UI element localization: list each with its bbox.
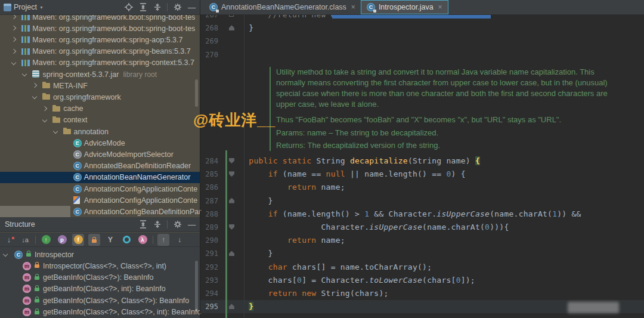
project-panel-title[interactable]: Project (14, 3, 37, 11)
editor-tab[interactable]: AnnotationBeanNameGenerator.class× (204, 0, 361, 14)
project-tree-item[interactable]: Maven: org.springframework:spring-contex… (0, 57, 200, 69)
project-tree-item[interactable]: AnnotationConfigBeanDefinitionPar (0, 206, 200, 217)
class-icon (14, 251, 23, 259)
sort-by-visibility-icon[interactable]: ↓ (3, 234, 15, 246)
structure-tree-item[interactable]: Introspector (0, 249, 200, 260)
project-tree-item[interactable]: Maven: org.springframework.boot:spring-b… (0, 23, 200, 34)
close-icon[interactable]: × (351, 3, 355, 11)
scrollbar-thumb[interactable] (195, 79, 198, 107)
code-line[interactable]: return name; (230, 181, 345, 194)
project-tree-item[interactable]: AnnotatedBeanDefinitionReader (0, 160, 200, 172)
editor-tab[interactable]: Introspector.java× (361, 0, 448, 14)
tree-item-label: AnnotationBeanNameGenerator (84, 173, 191, 181)
green-lock-icon (35, 299, 39, 302)
chevron-right-icon[interactable] (42, 106, 47, 110)
scroll-from-source-icon[interactable]: ↓ (174, 234, 185, 246)
show-fields-icon[interactable]: f (72, 234, 84, 246)
line-number: 292 (200, 261, 218, 274)
project-tree-item[interactable]: Maven: org.springframework:spring-beans:… (0, 46, 200, 57)
collapse-all-icon[interactable] (153, 220, 162, 229)
chevron-right-icon[interactable] (11, 37, 16, 42)
show-lambdas-icon[interactable]: λ (137, 234, 148, 246)
structure-item-label: getBeanInfo(Class<?>, int): BeanInfo (43, 285, 166, 293)
settings-icon[interactable] (173, 220, 182, 229)
blurred-watermark (568, 302, 619, 313)
chevron-down-icon[interactable] (42, 118, 47, 122)
chevron-right-icon[interactable] (11, 48, 16, 53)
project-tree-item[interactable]: AnnotationConfigApplicationConte (0, 183, 200, 194)
locate-icon[interactable] (124, 3, 133, 12)
panel-divider[interactable] (200, 0, 200, 318)
project-tree-item[interactable]: AdviceModeImportSelector (0, 149, 200, 160)
chevron-down-icon[interactable] (52, 129, 57, 134)
code-line[interactable]: if (name.length() > 1 && Character.isUpp… (230, 208, 581, 221)
scroll-to-source-icon[interactable]: ↑ (157, 234, 169, 246)
project-tree-item[interactable]: org.springframework (0, 91, 200, 103)
project-tree-item[interactable]: AnnotationBeanNameGenerator (0, 172, 200, 183)
kotlin-icon (73, 196, 80, 204)
code-line[interactable]: public static String decapitalize(String… (230, 155, 480, 168)
structure-panel-title[interactable]: Structure (5, 220, 35, 229)
selection-highlight (332, 15, 491, 18)
project-tree-item[interactable]: AdviceMode (0, 137, 200, 149)
class-icon (73, 185, 82, 193)
chevron-down-icon[interactable] (11, 60, 16, 65)
structure-tree-item[interactable]: getBeanInfo(Class<?>): BeanInfo (0, 272, 200, 283)
chevron-right-icon[interactable] (11, 14, 16, 19)
tree-item-suffix: library root (123, 70, 157, 79)
code-line[interactable]: chars[0] = Character.toLowerCase(chars[0… (230, 274, 475, 287)
project-tree-item[interactable]: annotation (0, 126, 200, 137)
orange-lock-icon (35, 264, 39, 268)
hide-icon[interactable]: — (187, 3, 196, 12)
line-number: 287 (200, 194, 218, 208)
settings-icon[interactable] (173, 3, 182, 12)
structure-tree-item[interactable]: getBeanInfo(Class<?>, Class<?>, int): Be… (0, 307, 200, 318)
structure-tree-item[interactable]: getBeanInfo(Class<?>, int): BeanInfo (0, 283, 200, 295)
scrollbar-thumb[interactable] (195, 261, 198, 312)
code-line[interactable]: return new String(chars); (230, 287, 389, 300)
project-tree-item[interactable]: cache (0, 103, 200, 115)
code-line[interactable]: } (230, 194, 273, 208)
close-icon[interactable]: × (438, 3, 442, 11)
expand-all-icon[interactable] (138, 3, 147, 12)
chevron-down-icon[interactable] (32, 94, 37, 99)
tool-window-icon[interactable] (4, 4, 11, 11)
chevron-down-icon[interactable]: ▼ (39, 5, 44, 10)
structure-toolbar: ↓↓a↑pfYλ↑↓ (0, 233, 200, 247)
show-non-public-icon[interactable] (88, 234, 100, 246)
project-tree-item[interactable]: META-INF (0, 80, 200, 91)
structure-tree-item[interactable]: Introspector(Class<?>, Class<?>, int) (0, 260, 200, 271)
chevron-down-icon[interactable] (21, 72, 26, 76)
doc-thus-line: Thus "FooBah" becomes "fooBah" and "X" b… (276, 115, 634, 125)
project-tree-item[interactable]: AnnotationConfigApplicationConte (0, 194, 200, 206)
expand-all-icon[interactable] (138, 220, 147, 229)
sort-alphabetically-icon[interactable]: ↓a (19, 234, 31, 246)
group-methods-icon[interactable]: Y (104, 234, 116, 246)
green-lock-icon (26, 253, 31, 257)
line-number: 284 (200, 155, 218, 168)
code-line[interactable]: return name; (230, 234, 345, 247)
line-number: 289 (200, 221, 218, 234)
chevron-right-icon[interactable] (32, 83, 37, 88)
show-inherited-icon[interactable]: ↑ (40, 234, 52, 246)
structure-item-label: getBeanInfo(Class<?>): BeanInfo (43, 273, 154, 282)
green-lock-icon (35, 276, 39, 280)
code-line[interactable]: if (name == null || name.length() == 0) … (230, 168, 466, 181)
project-tree-item[interactable]: Maven: org.springframework:spring-aop:5.… (0, 34, 200, 45)
hide-icon[interactable]: — (187, 220, 196, 229)
chevron-right-icon[interactable] (11, 26, 16, 30)
chevron-down-icon[interactable] (3, 252, 8, 257)
structure-tree-item[interactable]: getBeanInfo(Class<?>, Class<?>): BeanInf… (0, 295, 200, 306)
code-line[interactable]: char chars[] = name.toCharArray(); (230, 261, 432, 274)
code-line[interactable]: } (230, 247, 273, 260)
project-tree-item[interactable]: context (0, 115, 200, 126)
tab-label: AnnotationBeanNameGenerator.class (221, 3, 346, 11)
class-icon (73, 208, 82, 216)
folder-icon (63, 129, 71, 134)
line-number: 269 (200, 35, 218, 48)
show-visibility-icon[interactable] (120, 234, 132, 246)
code-line[interactable]: Character.isUpperCase(name.charAt(0))){ (230, 221, 509, 234)
project-tree-item[interactable]: spring-context-5.3.7.jarlibrary root (0, 69, 200, 80)
collapse-all-icon[interactable] (153, 3, 162, 12)
show-properties-icon[interactable]: p (56, 234, 68, 246)
